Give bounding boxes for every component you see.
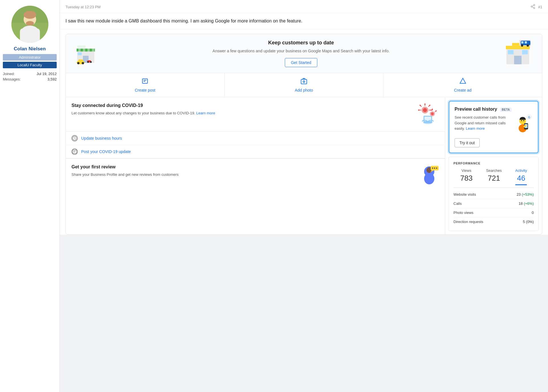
get-started-button[interactable]: Get Started bbox=[285, 58, 317, 67]
svg-point-65 bbox=[431, 112, 434, 115]
svg-point-85 bbox=[521, 120, 522, 121]
svg-point-53 bbox=[423, 108, 427, 112]
sidebar-role-admin: Administrator bbox=[3, 54, 57, 61]
perf-divider bbox=[453, 187, 534, 188]
covid-learn-more[interactable]: Learn more bbox=[196, 111, 215, 115]
create-ad-icon bbox=[459, 78, 466, 86]
lower-section: Stay connected during COVID-19 Let custo… bbox=[66, 97, 542, 234]
performance-label: PERFORMANCE bbox=[453, 162, 534, 165]
perf-views-value: 783 bbox=[460, 174, 473, 183]
direction-requests-value: 5 (0%) bbox=[523, 220, 534, 224]
messages-label: Messages: bbox=[3, 77, 21, 81]
covid-illustration bbox=[416, 103, 439, 126]
keep-customers-title: Keep customers up to date bbox=[111, 40, 491, 46]
svg-point-59 bbox=[431, 110, 432, 111]
messages-value: 3,592 bbox=[47, 77, 57, 81]
svg-line-11 bbox=[532, 5, 533, 6]
covid-desc: Let customers know about any changes to … bbox=[71, 110, 412, 116]
perf-active-underline bbox=[515, 184, 527, 185]
perf-row-website-visits: Website visits 23 (+53%) bbox=[453, 190, 534, 199]
add-photo-label: Add photo bbox=[295, 88, 313, 92]
svg-point-7 bbox=[533, 5, 535, 6]
svg-point-3 bbox=[24, 11, 36, 19]
svg-line-60 bbox=[420, 106, 422, 107]
share-icon[interactable] bbox=[530, 4, 535, 10]
perf-row-direction-requests: Direction requests 5 (0%) bbox=[453, 217, 534, 226]
avatar bbox=[11, 6, 48, 43]
perf-tab-activity[interactable]: Activity 46 bbox=[515, 168, 527, 185]
review-desc: Share your Business Profile and get new … bbox=[71, 172, 415, 178]
svg-point-76 bbox=[424, 173, 434, 184]
photo-views-value: 0 bbox=[532, 211, 534, 215]
keep-customers-card: Keep customers up to date Answer a few q… bbox=[66, 34, 542, 73]
svg-point-80 bbox=[434, 168, 435, 169]
svg-rect-15 bbox=[83, 49, 85, 51]
review-text: Get your first review Share your Busines… bbox=[71, 164, 415, 188]
review-title: Get your first review bbox=[71, 164, 415, 170]
sidebar-messages-row: Messages: 3,592 bbox=[3, 77, 57, 81]
covid-update-link[interactable]: Post your COVID-19 update bbox=[66, 145, 445, 158]
call-history-title: Preview call history bbox=[455, 107, 497, 112]
svg-rect-23 bbox=[78, 59, 83, 61]
perf-tab-searches[interactable]: Searches 721 bbox=[486, 168, 502, 185]
create-post-icon bbox=[142, 78, 148, 86]
create-ad-button[interactable]: Create ad bbox=[383, 73, 542, 97]
post-number: #1 bbox=[538, 5, 542, 9]
update-hours-link[interactable]: Update business hours bbox=[66, 132, 445, 145]
joined-label: Joined: bbox=[3, 72, 15, 76]
svg-point-81 bbox=[436, 168, 437, 169]
svg-point-55 bbox=[424, 104, 426, 105]
svg-rect-35 bbox=[514, 56, 522, 64]
svg-rect-38 bbox=[521, 41, 524, 44]
covid-card: Stay connected during COVID-19 Let custo… bbox=[66, 97, 445, 132]
keep-customers-desc: Answer a few questions and update your b… bbox=[111, 48, 491, 54]
covid-text: Stay connected during COVID-19 Let custo… bbox=[71, 103, 412, 126]
svg-line-90 bbox=[524, 125, 526, 127]
svg-line-56 bbox=[428, 106, 430, 107]
svg-rect-34 bbox=[522, 50, 528, 54]
gmb-screenshot: Keep customers up to date Answer a few q… bbox=[66, 34, 542, 235]
clock-icon bbox=[71, 135, 78, 141]
sidebar-meta: Joined: Jul 19, 2012 Messages: 3,592 bbox=[3, 72, 57, 82]
photo-views-label: Photo views bbox=[453, 211, 473, 215]
post-header: Tuesday at 12:23 PM #1 bbox=[60, 0, 548, 13]
sidebar-username: Colan Nielsen bbox=[14, 46, 46, 52]
create-post-label: Create post bbox=[135, 88, 155, 92]
covid-title: Stay connected during COVID-19 bbox=[71, 103, 412, 108]
svg-point-8 bbox=[531, 6, 532, 7]
svg-point-4 bbox=[26, 21, 34, 26]
add-photo-button[interactable]: Add photo bbox=[225, 73, 384, 97]
website-visits-label: Website visits bbox=[453, 192, 476, 197]
perf-tab-views[interactable]: Views 783 bbox=[460, 168, 473, 185]
sidebar-role-faculty: LocalU Faculty bbox=[3, 62, 57, 68]
try-it-out-button[interactable]: Try it out bbox=[455, 138, 480, 147]
calls-value: 18 (+6%) bbox=[519, 201, 534, 206]
svg-point-86 bbox=[523, 120, 524, 121]
store-illustration-right bbox=[502, 40, 533, 67]
perf-row-photo-views: Photo views 0 bbox=[453, 208, 534, 217]
svg-point-28 bbox=[87, 61, 89, 63]
svg-point-69 bbox=[435, 110, 437, 112]
call-history-header: Preview call history BETA bbox=[455, 107, 533, 112]
svg-point-57 bbox=[429, 105, 430, 106]
svg-point-61 bbox=[420, 105, 421, 106]
sidebar-joined-row: Joined: Jul 19, 2012 bbox=[3, 72, 57, 76]
svg-point-24 bbox=[77, 62, 79, 64]
sidebar: Colan Nielsen Administrator LocalU Facul… bbox=[0, 0, 60, 392]
svg-point-46 bbox=[303, 81, 305, 82]
svg-rect-20 bbox=[77, 46, 86, 48]
call-history-body: See recent customer calls from Google an… bbox=[455, 115, 533, 147]
perf-searches-label: Searches bbox=[486, 168, 502, 173]
post-actions: #1 bbox=[530, 4, 542, 10]
calls-label: Calls bbox=[453, 201, 462, 206]
create-ad-label: Create ad bbox=[454, 88, 471, 92]
svg-point-9 bbox=[533, 7, 535, 9]
svg-line-10 bbox=[532, 7, 533, 8]
perf-activity-value: 46 bbox=[515, 174, 527, 183]
action-buttons-row: Create post Add photo bbox=[66, 73, 542, 97]
main-content: Tuesday at 12:23 PM #1 I saw this new mo… bbox=[60, 0, 548, 392]
svg-point-63 bbox=[418, 110, 419, 111]
create-post-button[interactable]: Create post bbox=[66, 73, 225, 97]
calls-change: (+6%) bbox=[524, 201, 534, 206]
call-history-learn-more[interactable]: Learn more bbox=[466, 126, 485, 131]
